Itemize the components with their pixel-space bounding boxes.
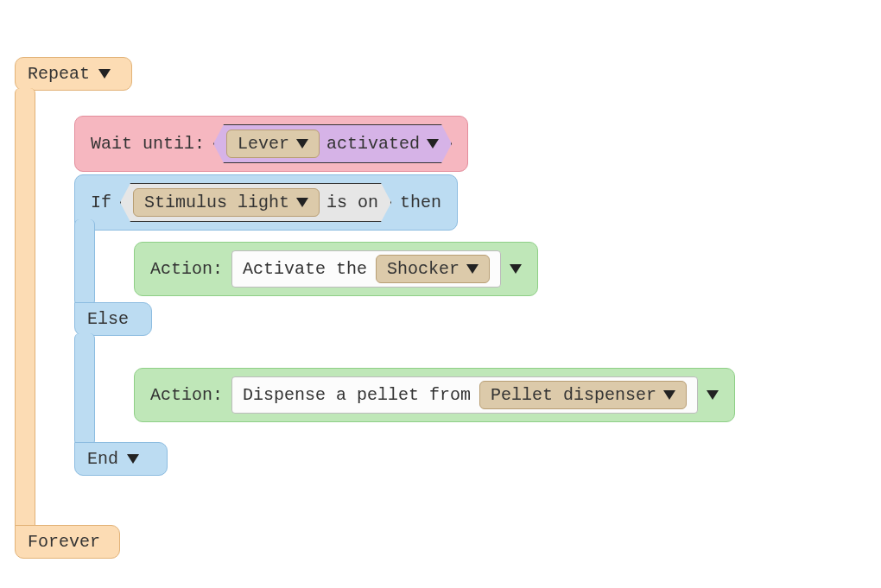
wait-prefix: Wait until: — [91, 134, 205, 154]
if-object-label: Stimulus light — [144, 193, 289, 212]
if-then: then — [400, 193, 441, 212]
if-keyword: If — [91, 193, 111, 212]
else-block[interactable]: Else — [74, 302, 152, 336]
action-then-target-dropdown[interactable]: Shocker — [376, 255, 490, 283]
chevron-down-icon — [296, 198, 308, 207]
wait-object-dropdown[interactable]: Lever — [226, 130, 320, 158]
action-prefix: Action: — [150, 259, 223, 279]
action-then-body: Activate the Shocker — [231, 250, 501, 288]
if-else-vertical-bar — [74, 333, 95, 446]
end-block[interactable]: End — [74, 442, 168, 476]
repeat-block-footer[interactable]: Forever — [15, 525, 120, 559]
if-block-header[interactable]: If Stimulus light is on then — [74, 174, 458, 231]
forever-label: Forever — [28, 532, 100, 552]
if-then-vertical-bar — [74, 219, 95, 306]
action-else-target: Pellet dispenser — [491, 385, 656, 405]
wait-object-label: Lever — [238, 134, 289, 154]
if-condition-hex: Stimulus light is on — [120, 183, 391, 222]
repeat-label: Repeat — [28, 64, 90, 84]
chevron-down-icon[interactable] — [98, 69, 111, 79]
repeat-vertical-bar — [15, 88, 35, 530]
action-then-phrase: Activate the — [243, 259, 367, 279]
wait-state-label: activated — [326, 134, 420, 154]
wait-condition-hex: Lever activated — [213, 124, 452, 163]
if-cond-label: is on — [326, 193, 378, 212]
chevron-down-icon[interactable] — [427, 139, 439, 149]
chevron-down-icon[interactable] — [707, 390, 719, 400]
end-label: End — [87, 449, 118, 469]
chevron-down-icon — [663, 390, 675, 400]
action-then-block[interactable]: Action: Activate the Shocker — [134, 242, 538, 296]
chevron-down-icon[interactable] — [510, 264, 522, 274]
action-else-body: Dispense a pellet from Pellet dispenser — [231, 376, 698, 414]
action-else-phrase: Dispense a pellet from — [243, 385, 471, 405]
block-canvas: Repeat Forever Wait until: Lever activat… — [0, 0, 881, 588]
action-prefix: Action: — [150, 385, 223, 405]
action-then-target: Shocker — [387, 259, 460, 279]
else-label: Else — [87, 309, 129, 329]
wait-until-block[interactable]: Wait until: Lever activated — [74, 116, 468, 172]
chevron-down-icon — [466, 264, 479, 274]
if-object-dropdown[interactable]: Stimulus light — [133, 188, 320, 217]
action-else-block[interactable]: Action: Dispense a pellet from Pellet di… — [134, 368, 735, 422]
action-else-target-dropdown[interactable]: Pellet dispenser — [479, 381, 687, 409]
chevron-down-icon — [296, 139, 308, 149]
repeat-block-header[interactable]: Repeat — [15, 57, 132, 91]
chevron-down-icon[interactable] — [127, 454, 139, 464]
